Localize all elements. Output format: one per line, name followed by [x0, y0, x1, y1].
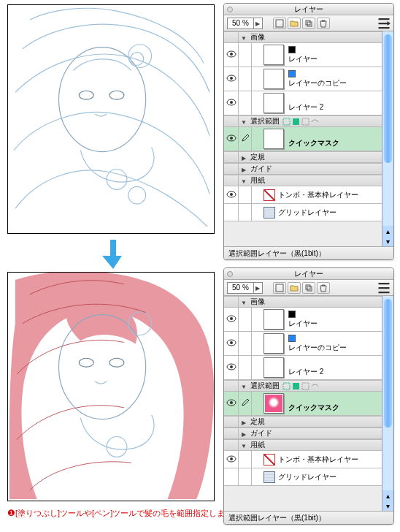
draw-toggle[interactable]: [239, 392, 252, 415]
layer-item[interactable]: レイヤー 2: [224, 91, 382, 115]
close-dot-icon[interactable]: [227, 7, 233, 12]
layer-thumbnail: [264, 357, 284, 378]
group-guide[interactable]: ガイド: [224, 428, 382, 439]
layer-item[interactable]: レイヤー: [224, 43, 382, 67]
scrollbar[interactable]: ▴ ▾: [382, 31, 393, 246]
panel-title: レイヤー: [294, 5, 323, 13]
scroll-down-button[interactable]: ▾: [382, 501, 393, 511]
lock-toggle[interactable]: [239, 308, 252, 331]
svg-point-3: [107, 170, 127, 190]
svg-point-37: [230, 401, 233, 404]
svg-rect-8: [276, 20, 283, 27]
grid-icon: [264, 471, 275, 483]
new-folder-button[interactable]: [288, 18, 301, 29]
visibility-toggle[interactable]: [224, 127, 239, 151]
svg-rect-33: [283, 383, 290, 390]
sel-mode-icon[interactable]: [282, 382, 291, 390]
visibility-toggle[interactable]: [224, 356, 239, 379]
group-selection[interactable]: 選択範囲: [224, 380, 382, 392]
panel-titlebar[interactable]: レイヤー: [224, 268, 393, 280]
visibility-toggle[interactable]: [224, 332, 239, 355]
delete-button[interactable]: [317, 18, 330, 29]
panel-toolbar: 50 %: [224, 15, 393, 31]
lock-toggle[interactable]: [239, 43, 252, 66]
lock-toggle[interactable]: [239, 67, 252, 91]
svg-point-16: [230, 101, 233, 104]
duplicate-button[interactable]: [302, 18, 315, 29]
layer-item[interactable]: トンボ・基本枠レイヤー: [224, 186, 382, 204]
lock-toggle[interactable]: [239, 332, 252, 355]
scroll-up-button[interactable]: ▴: [382, 490, 393, 501]
panel-title: レイヤー: [294, 270, 323, 278]
layer-name: レイヤーのコピー: [288, 78, 347, 88]
layer-name: クイックマスク: [288, 139, 339, 147]
delete-button[interactable]: [317, 282, 330, 294]
visibility-toggle[interactable]: [224, 392, 239, 415]
group-paper[interactable]: 用紙: [224, 175, 382, 186]
panel-menu-button[interactable]: [377, 18, 391, 29]
lock-toggle[interactable]: [239, 204, 252, 221]
layer-item[interactable]: レイヤー 2: [224, 356, 382, 380]
scroll-up-button[interactable]: ▴: [382, 226, 393, 236]
visibility-toggle[interactable]: [224, 186, 239, 203]
layer-thumbnail: [264, 93, 284, 113]
visibility-toggle[interactable]: [224, 308, 239, 331]
panel-titlebar[interactable]: レイヤー: [224, 4, 393, 15]
group-ruler[interactable]: 定規: [224, 416, 382, 428]
new-folder-button[interactable]: [288, 282, 301, 294]
opacity-input[interactable]: 50 %: [227, 282, 263, 294]
lock-toggle[interactable]: [239, 451, 252, 468]
sel-mode-icon[interactable]: [311, 118, 319, 126]
visibility-toggle[interactable]: [224, 468, 239, 485]
opacity-step-icon[interactable]: [253, 283, 262, 293]
group-guide[interactable]: ガイド: [224, 163, 382, 175]
new-layer-button[interactable]: [273, 18, 286, 29]
lock-toggle[interactable]: [239, 186, 252, 203]
layer-name: レイヤー: [288, 319, 318, 329]
duplicate-button[interactable]: [302, 282, 315, 294]
layer-item[interactable]: レイヤー: [224, 308, 382, 332]
scroll-down-button[interactable]: ▾: [382, 236, 393, 246]
new-layer-button[interactable]: [273, 282, 286, 294]
scrollbar[interactable]: ▴ ▾: [382, 296, 393, 511]
layer-item-quickmask[interactable]: クイックマスク: [224, 392, 382, 416]
svg-rect-34: [293, 383, 299, 390]
svg-point-4: [128, 186, 146, 204]
lock-toggle[interactable]: [239, 468, 252, 485]
layer-item-quickmask[interactable]: クイックマスク: [224, 127, 382, 151]
draw-toggle[interactable]: [239, 127, 252, 151]
group-ruler[interactable]: 定規: [224, 151, 382, 163]
visibility-toggle[interactable]: [224, 43, 239, 66]
layer-item[interactable]: レイヤーのコピー: [224, 67, 382, 91]
layer-item[interactable]: トンボ・基本枠レイヤー: [224, 451, 382, 468]
layer-list: 画像 レイヤー レイヤーのコピー レイヤー 2: [224, 31, 382, 246]
svg-point-1: [128, 45, 152, 68]
layer-item[interactable]: グリッドレイヤー: [224, 468, 382, 486]
group-selection[interactable]: 選択範囲: [224, 115, 382, 127]
close-dot-icon[interactable]: [227, 271, 233, 277]
panel-menu-button[interactable]: [377, 282, 391, 294]
group-paper[interactable]: 用紙: [224, 439, 382, 451]
sel-mode-icon[interactable]: [311, 382, 319, 390]
sel-mode-icon[interactable]: [292, 382, 300, 390]
sel-mode-icon[interactable]: [292, 118, 300, 126]
visibility-toggle[interactable]: [224, 204, 239, 221]
sel-mode-icon[interactable]: [282, 118, 291, 126]
group-image[interactable]: 画像: [224, 31, 382, 43]
scroll-thumb[interactable]: [384, 299, 392, 428]
sel-mode-icon[interactable]: [301, 118, 309, 126]
group-image[interactable]: 画像: [224, 296, 382, 308]
opacity-input[interactable]: 50 %: [227, 18, 263, 29]
layer-item[interactable]: グリッドレイヤー: [224, 204, 382, 221]
layer-thumbnail: [264, 333, 284, 354]
layer-name: レイヤー 2: [288, 367, 323, 377]
visibility-toggle[interactable]: [224, 91, 239, 115]
lock-toggle[interactable]: [239, 356, 252, 379]
opacity-step-icon[interactable]: [253, 18, 262, 28]
scroll-thumb[interactable]: [384, 34, 392, 163]
lock-toggle[interactable]: [239, 91, 252, 115]
visibility-toggle[interactable]: [224, 451, 239, 468]
visibility-toggle[interactable]: [224, 67, 239, 91]
layer-item[interactable]: レイヤーのコピー: [224, 332, 382, 356]
sel-mode-icon[interactable]: [301, 382, 309, 390]
